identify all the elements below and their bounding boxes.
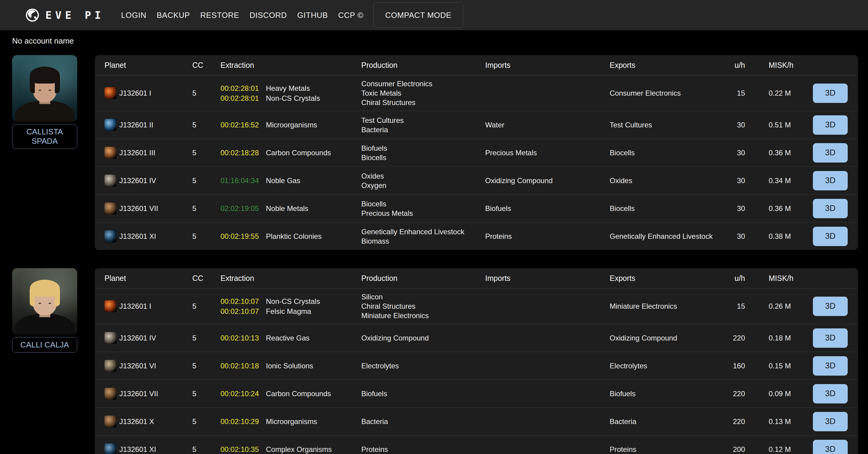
planet-name: J132601 IV (119, 176, 156, 185)
extraction-material: Non-CS Crystals (266, 296, 320, 306)
nav-item-discord[interactable]: DISCORD (244, 10, 292, 20)
view-3d-button[interactable]: 3D (813, 384, 848, 403)
production-item: Silicon (361, 292, 485, 301)
extraction-line: 00:02:28:01Non-CS Crystals (220, 93, 361, 103)
misk-per-hour-value: 0.09 M (745, 390, 813, 398)
planets-table: PlanetCCExtractionProductionImportsExpor… (95, 55, 858, 250)
navbar: EVE PI LOGIN BACKUP RESTORE DISCORD GITH… (0, 0, 868, 30)
view-3d-button[interactable]: 3D (813, 297, 848, 316)
extraction-cell: 00:02:10:24Carbon Compounds (220, 389, 361, 399)
extraction-line: 00:02:10:13Reactive Gas (220, 333, 361, 343)
view-3d-button[interactable]: 3D (813, 171, 848, 190)
actions-cell: 3D (813, 171, 848, 190)
production-item: Genetically Enhanced Livestock (361, 227, 485, 236)
table-row: J132601 I500:02:10:07Non-CS Crystals00:0… (95, 288, 858, 324)
planet-cell: J132601 I (104, 300, 192, 312)
imports-cell: Biofuels (485, 204, 610, 213)
view-3d-button[interactable]: 3D (813, 143, 848, 163)
column-header-production: Production (361, 61, 485, 70)
table-row: J132601 IV500:02:10:13Reactive GasOxidiz… (95, 324, 858, 352)
units-per-hour-value: 30 (719, 204, 745, 213)
cc-value: 5 (192, 302, 220, 311)
planet-cell: J132601 XI (104, 230, 192, 242)
export-item: Genetically Enhanced Livestock (610, 231, 719, 241)
export-item: Proteins (610, 445, 719, 454)
imports-cell: Oxidizing Compound (485, 176, 610, 185)
import-item: Oxidizing Compound (485, 176, 610, 185)
planet-name: J132601 VI (119, 362, 156, 370)
extraction-cell: 00:02:18:28Carbon Compounds (220, 148, 361, 158)
planet-icon (104, 87, 117, 99)
column-header-exports: Exports (610, 61, 719, 70)
imports-cell: Proteins (485, 231, 610, 241)
planet-name: J132601 XI (119, 445, 156, 454)
planet-name: J132601 VII (119, 390, 158, 398)
misk-per-hour-value: 0.36 M (745, 204, 813, 213)
planet-cell: J132601 VII (104, 388, 192, 400)
export-item: Consumer Electronics (610, 88, 719, 98)
view-3d-button[interactable]: 3D (813, 115, 848, 135)
nav-item-login[interactable]: LOGIN (116, 10, 151, 20)
extraction-material: Microorganisms (266, 417, 317, 426)
cc-value: 5 (192, 417, 220, 426)
column-header-cc: CC (192, 61, 220, 70)
compact-mode-button[interactable]: COMPACT MODE (373, 2, 463, 28)
production-item: Biomass (361, 236, 485, 246)
view-3d-button[interactable]: 3D (813, 328, 848, 348)
nav-item-ccp[interactable]: CCP © (333, 10, 369, 20)
table-row: J132601 IV501:16:04:34Noble GasOxidesOxy… (95, 166, 858, 194)
extraction-timer: 00:02:16:52 (220, 120, 266, 130)
character-sections: CALLISTA SPADA PlanetCCExtractionProduct… (0, 55, 868, 454)
table-row: J132601 XI500:02:19:55Planktic ColoniesG… (95, 222, 858, 250)
extraction-material: Complex Organisms (266, 444, 332, 454)
extraction-line: 00:02:10:24Carbon Compounds (220, 389, 361, 399)
extraction-cell: 00:02:10:35Complex Organisms (220, 444, 361, 454)
view-3d-button[interactable]: 3D (813, 227, 848, 246)
misk-per-hour-value: 0.36 M (745, 149, 813, 157)
column-header-uh: u/h (719, 274, 745, 283)
view-3d-button[interactable]: 3D (813, 412, 848, 431)
extraction-line: 00:02:10:07Felsic Magma (220, 306, 361, 316)
portrait-eye-left (38, 303, 41, 304)
account-name-label: No account name (12, 36, 868, 50)
planets-table: PlanetCCExtractionProductionImportsExpor… (95, 268, 858, 454)
nav-item-github[interactable]: GITHUB (292, 10, 333, 20)
nav-item-restore[interactable]: RESTORE (195, 10, 244, 20)
character-name-button[interactable]: CALLI CALJA (12, 337, 77, 353)
view-3d-button[interactable]: 3D (813, 356, 848, 376)
extraction-cell: 00:02:10:18Ionic Solutions (220, 361, 361, 371)
units-per-hour-value: 160 (719, 362, 745, 370)
units-per-hour-value: 15 (719, 302, 745, 311)
portrait-hair-right (55, 74, 60, 93)
table-row: J132601 III500:02:18:28Carbon CompoundsB… (95, 139, 858, 166)
planet-name: J132601 I (119, 302, 151, 311)
nav-item-backup[interactable]: BACKUP (151, 10, 195, 20)
view-3d-button[interactable]: 3D (813, 84, 848, 103)
extraction-material: Noble Gas (266, 175, 300, 186)
export-item: Biocells (610, 204, 719, 213)
actions-cell: 3D (813, 384, 848, 403)
view-3d-button[interactable]: 3D (813, 440, 848, 454)
planet-icon (104, 300, 117, 312)
extraction-timer: 00:02:19:55 (220, 231, 266, 241)
extraction-cell: 00:02:10:13Reactive Gas (220, 333, 361, 343)
character-panel: CALLI CALJA (0, 268, 95, 353)
misk-per-hour-value: 0.51 M (745, 121, 813, 129)
extraction-material: Microorganisms (266, 120, 317, 130)
extraction-material: Noble Metals (266, 203, 308, 214)
production-cell: Test CulturesBacteria (361, 116, 485, 134)
planet-icon (104, 202, 117, 215)
misk-per-hour-value: 0.26 M (745, 302, 813, 311)
exports-cell: Electrolytes (610, 361, 719, 370)
cc-value: 5 (192, 204, 220, 213)
portrait-hair-right (55, 287, 60, 306)
character-section: CALLI CALJA PlanetCCExtractionProduction… (0, 268, 868, 454)
character-name-button[interactable]: CALLISTA SPADA (12, 124, 77, 149)
import-item: Precious Metals (485, 148, 610, 157)
view-3d-button[interactable]: 3D (813, 199, 848, 218)
extraction-timer: 00:02:10:29 (220, 417, 266, 426)
production-cell: BiofuelsBiocells (361, 143, 485, 162)
column-header-uh: u/h (719, 61, 745, 70)
units-per-hour-value: 30 (719, 232, 745, 240)
units-per-hour-value: 220 (719, 334, 745, 342)
